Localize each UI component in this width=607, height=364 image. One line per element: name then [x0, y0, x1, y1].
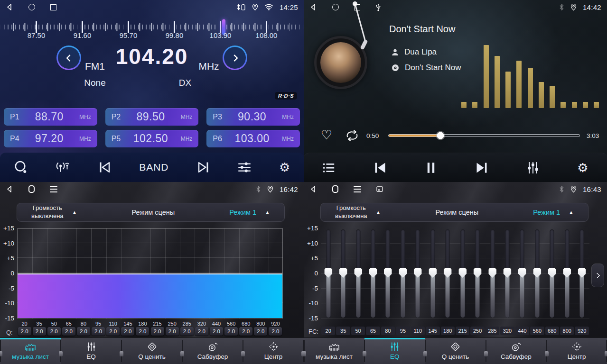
tab-subwoofer[interactable]: Сабвуфер	[182, 338, 243, 364]
menu-button[interactable]	[354, 186, 361, 192]
next-station-button[interactable]	[194, 159, 212, 176]
q-value-button[interactable]: 2.0	[121, 327, 134, 336]
playlist-button[interactable]	[320, 160, 337, 176]
eq-band-slider[interactable]	[425, 228, 440, 318]
preset-button[interactable]: P6 103.00 MHz	[206, 130, 300, 147]
broadcast-button[interactable]	[53, 158, 72, 176]
home-button[interactable]	[332, 185, 338, 193]
tab-subwoofer[interactable]: Сабвуфер	[486, 338, 546, 364]
eq-band-slider[interactable]	[351, 228, 365, 318]
volume-state-button[interactable]: Громкость выключена ▲	[332, 204, 383, 221]
eq-band-slider[interactable]	[560, 228, 574, 318]
q-value-button[interactable]: 2.0	[47, 327, 61, 336]
progress-bar[interactable]	[388, 134, 580, 137]
repeat-button[interactable]	[346, 130, 359, 143]
home-button[interactable]	[28, 4, 35, 10]
previous-station-button[interactable]	[96, 159, 114, 176]
preset-button[interactable]: P1 88.70 MHz	[4, 108, 97, 126]
q-value-button[interactable]: 2.0	[92, 327, 105, 336]
preset-button[interactable]: P5 102.50 MHz	[105, 130, 199, 147]
q-value-button[interactable]: 2.0	[33, 327, 46, 336]
eq-band-slider[interactable]	[485, 228, 500, 318]
tune-down-button[interactable]	[56, 46, 81, 70]
q-value-button[interactable]: 2.0	[77, 327, 90, 336]
slider-handle[interactable]	[444, 268, 452, 278]
band-button[interactable]: BAND	[137, 160, 170, 175]
q-value-button[interactable]: 2.0	[239, 327, 252, 336]
slider-handle[interactable]	[369, 268, 377, 278]
menu-button[interactable]	[50, 186, 57, 192]
back-button[interactable]	[6, 3, 13, 11]
tab-eq[interactable]: EQ	[61, 338, 121, 364]
slider-handle[interactable]	[533, 268, 541, 278]
back-button[interactable]	[309, 185, 317, 193]
q-value-button[interactable]: 2.0	[106, 327, 120, 336]
equalizer-button[interactable]	[524, 159, 542, 176]
tab-music-list[interactable]: музыка лист	[0, 338, 61, 364]
q-value-button[interactable]: 2.0	[269, 327, 282, 336]
home-button[interactable]	[332, 4, 339, 10]
slider-handle[interactable]	[474, 268, 482, 278]
q-value-button[interactable]: 2.0	[254, 327, 267, 336]
eq-band-slider[interactable]	[381, 228, 395, 318]
slider-handle[interactable]	[518, 268, 526, 278]
q-value-button[interactable]: 2.0	[224, 327, 238, 336]
eq-band-slider[interactable]	[336, 228, 350, 318]
tab-music-list[interactable]: музыка лист	[304, 338, 364, 364]
preset-button[interactable]: P2 89.50 MHz	[105, 108, 199, 126]
favorite-button[interactable]: ♡	[318, 127, 335, 143]
eq-band-slider[interactable]	[574, 228, 589, 318]
slider-handle[interactable]	[503, 268, 511, 278]
eq-band-slider[interactable]	[500, 228, 514, 318]
eq-band-slider[interactable]	[530, 228, 544, 318]
eq-band-slider[interactable]	[515, 228, 530, 318]
tab-q-value[interactable]: Q ценить	[425, 338, 486, 364]
slider-handle[interactable]	[414, 268, 422, 278]
eq-band-slider[interactable]	[321, 228, 336, 318]
slider-handle[interactable]	[429, 268, 437, 278]
back-button[interactable]	[6, 185, 13, 193]
eq-band-slider[interactable]	[455, 228, 470, 318]
eq-band-slider[interactable]	[470, 228, 485, 318]
slider-handle[interactable]	[399, 268, 407, 278]
scene-select-button[interactable]: Режим 1 ▲	[530, 208, 577, 217]
settings-button[interactable]: ⚙	[575, 160, 590, 176]
tab-eq[interactable]: EQ	[364, 338, 425, 364]
q-value-button[interactable]: 2.0	[136, 327, 149, 336]
eq-band-slider[interactable]	[545, 228, 560, 318]
slider-handle[interactable]	[488, 268, 496, 278]
eq-band-slider[interactable]	[411, 228, 425, 318]
pause-button[interactable]	[423, 159, 439, 176]
preset-button[interactable]: P4 97.20 MHz	[4, 130, 97, 147]
q-value-button[interactable]: 2.0	[62, 327, 75, 336]
recents-button[interactable]	[354, 4, 360, 10]
next-bands-button[interactable]	[591, 264, 604, 287]
recents-button[interactable]	[50, 4, 56, 10]
slider-handle[interactable]	[578, 268, 586, 278]
slider-handle[interactable]	[384, 268, 392, 278]
home-button[interactable]	[28, 185, 35, 193]
eq-band-slider[interactable]	[440, 228, 455, 318]
settings-button[interactable]: ⚙	[277, 159, 292, 175]
q-value-button[interactable]: 2.0	[195, 327, 208, 336]
tab-center[interactable]: Центр	[243, 338, 304, 364]
q-value-button[interactable]: 2.0	[151, 327, 164, 336]
q-value-button[interactable]: 2.0	[166, 327, 179, 336]
slider-handle[interactable]	[548, 268, 556, 278]
volume-state-button[interactable]: Громкость выключена ▲	[28, 204, 80, 221]
slider-handle[interactable]	[563, 268, 571, 278]
tune-up-button[interactable]	[223, 46, 247, 70]
back-button[interactable]	[309, 3, 317, 11]
eq-band-slider[interactable]	[365, 228, 380, 318]
progress-thumb[interactable]	[437, 132, 444, 139]
next-track-button[interactable]	[473, 159, 491, 176]
preset-button[interactable]: P3 90.30 MHz	[206, 108, 300, 126]
previous-track-button[interactable]	[371, 159, 389, 176]
scene-select-button[interactable]: Режим 1 ▲	[226, 208, 273, 217]
tab-center[interactable]: Центр	[546, 338, 607, 364]
q-value-button[interactable]: 2.0	[210, 327, 223, 336]
slider-handle[interactable]	[339, 268, 347, 278]
tab-q-value[interactable]: Q ценить	[121, 338, 182, 364]
audio-settings-button[interactable]	[235, 159, 253, 176]
eq-band-slider[interactable]	[395, 228, 410, 318]
